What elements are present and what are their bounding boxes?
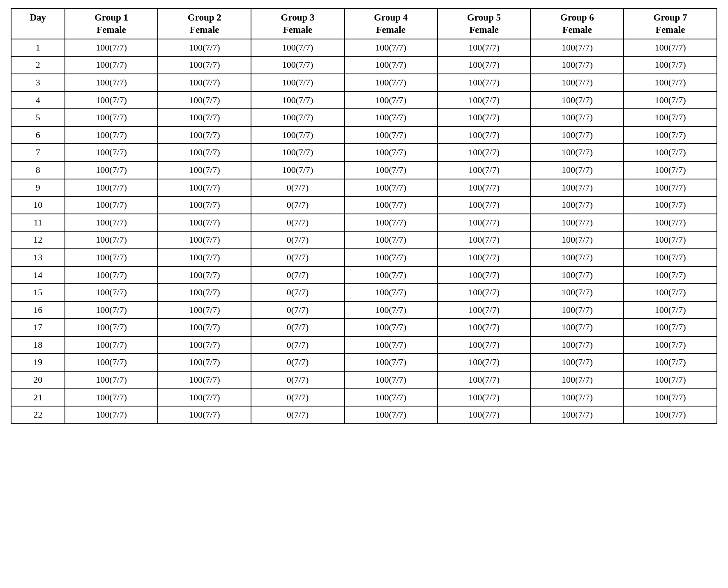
- day-cell: 21: [11, 389, 65, 407]
- table-row: 20100(7/7)100(7/7)0(7/7)100(7/7)100(7/7)…: [11, 371, 717, 389]
- group2-cell: 100(7/7): [158, 179, 251, 197]
- day-cell: 3: [11, 74, 65, 92]
- group5-cell: 100(7/7): [438, 161, 531, 179]
- table-row: 16100(7/7)100(7/7)0(7/7)100(7/7)100(7/7)…: [11, 301, 717, 319]
- group4-cell: 100(7/7): [344, 144, 438, 161]
- group7-cell: 100(7/7): [624, 109, 717, 126]
- table-row: 21100(7/7)100(7/7)0(7/7)100(7/7)100(7/7)…: [11, 389, 717, 407]
- group6-cell: 100(7/7): [530, 179, 624, 197]
- group5-cell: 100(7/7): [438, 196, 531, 214]
- group3-cell: 100(7/7): [251, 109, 344, 126]
- group7-cell: 100(7/7): [624, 249, 717, 266]
- group2-cell: 100(7/7): [158, 336, 251, 354]
- group3-header: Group 3Female: [251, 9, 344, 39]
- group2-cell: 100(7/7): [158, 249, 251, 266]
- group6-cell: 100(7/7): [530, 336, 624, 354]
- table-row: 17100(7/7)100(7/7)0(7/7)100(7/7)100(7/7)…: [11, 319, 717, 336]
- group3-cell: 0(7/7): [251, 389, 344, 407]
- table-row: 5100(7/7)100(7/7)100(7/7)100(7/7)100(7/7…: [11, 109, 717, 126]
- group6-cell: 100(7/7): [530, 231, 624, 249]
- day-cell: 19: [11, 354, 65, 371]
- day-cell: 18: [11, 336, 65, 354]
- group1-cell: 100(7/7): [65, 56, 158, 74]
- group1-cell: 100(7/7): [65, 319, 158, 336]
- group6-cell: 100(7/7): [530, 161, 624, 179]
- group5-cell: 100(7/7): [438, 319, 531, 336]
- group1-cell: 100(7/7): [65, 371, 158, 389]
- group1-cell: 100(7/7): [65, 406, 158, 424]
- group4-cell: 100(7/7): [344, 74, 438, 92]
- group6-header: Group 6Female: [530, 9, 624, 39]
- group3-cell: 100(7/7): [251, 126, 344, 144]
- group7-cell: 100(7/7): [624, 336, 717, 354]
- group2-cell: 100(7/7): [158, 56, 251, 74]
- group1-cell: 100(7/7): [65, 39, 158, 57]
- group1-cell: 100(7/7): [65, 214, 158, 232]
- group5-cell: 100(7/7): [438, 231, 531, 249]
- group3-cell: 100(7/7): [251, 92, 344, 109]
- table-row: 13100(7/7)100(7/7)0(7/7)100(7/7)100(7/7)…: [11, 249, 717, 266]
- group4-cell: 100(7/7): [344, 109, 438, 126]
- day-cell: 11: [11, 214, 65, 232]
- group1-cell: 100(7/7): [65, 196, 158, 214]
- data-table: Day Group 1Female Group 2Female Group 3F…: [11, 8, 717, 424]
- group3-cell: 0(7/7): [251, 249, 344, 266]
- table-row: 10100(7/7)100(7/7)0(7/7)100(7/7)100(7/7)…: [11, 196, 717, 214]
- group7-cell: 100(7/7): [624, 231, 717, 249]
- header-row: Day Group 1Female Group 2Female Group 3F…: [11, 9, 717, 39]
- group2-cell: 100(7/7): [158, 266, 251, 284]
- day-cell: 13: [11, 249, 65, 266]
- day-cell: 15: [11, 284, 65, 301]
- day-header: Day: [11, 9, 65, 39]
- group6-cell: 100(7/7): [530, 284, 624, 301]
- group5-cell: 100(7/7): [438, 249, 531, 266]
- main-table-container: Day Group 1Female Group 2Female Group 3F…: [11, 8, 717, 424]
- group6-cell: 100(7/7): [530, 389, 624, 407]
- group2-cell: 100(7/7): [158, 109, 251, 126]
- group5-cell: 100(7/7): [438, 389, 531, 407]
- table-row: 12100(7/7)100(7/7)0(7/7)100(7/7)100(7/7)…: [11, 231, 717, 249]
- group7-cell: 100(7/7): [624, 406, 717, 424]
- group1-cell: 100(7/7): [65, 126, 158, 144]
- group5-cell: 100(7/7): [438, 126, 531, 144]
- day-cell: 16: [11, 301, 65, 319]
- day-cell: 12: [11, 231, 65, 249]
- group4-cell: 100(7/7): [344, 249, 438, 266]
- group2-header: Group 2Female: [158, 9, 251, 39]
- group4-cell: 100(7/7): [344, 39, 438, 57]
- group6-cell: 100(7/7): [530, 39, 624, 57]
- group4-cell: 100(7/7): [344, 284, 438, 301]
- day-cell: 17: [11, 319, 65, 336]
- group7-cell: 100(7/7): [624, 39, 717, 57]
- group6-cell: 100(7/7): [530, 56, 624, 74]
- group4-cell: 100(7/7): [344, 336, 438, 354]
- group7-cell: 100(7/7): [624, 319, 717, 336]
- group3-cell: 100(7/7): [251, 144, 344, 161]
- group2-cell: 100(7/7): [158, 354, 251, 371]
- group1-header: Group 1Female: [65, 9, 158, 39]
- group7-cell: 100(7/7): [624, 301, 717, 319]
- group1-cell: 100(7/7): [65, 336, 158, 354]
- group5-cell: 100(7/7): [438, 371, 531, 389]
- group7-cell: 100(7/7): [624, 161, 717, 179]
- group6-cell: 100(7/7): [530, 196, 624, 214]
- table-row: 8100(7/7)100(7/7)100(7/7)100(7/7)100(7/7…: [11, 161, 717, 179]
- group3-cell: 0(7/7): [251, 301, 344, 319]
- day-cell: 1: [11, 39, 65, 57]
- table-row: 14100(7/7)100(7/7)0(7/7)100(7/7)100(7/7)…: [11, 266, 717, 284]
- group1-cell: 100(7/7): [65, 301, 158, 319]
- group2-cell: 100(7/7): [158, 231, 251, 249]
- group4-cell: 100(7/7): [344, 179, 438, 197]
- group2-cell: 100(7/7): [158, 389, 251, 407]
- group1-cell: 100(7/7): [65, 249, 158, 266]
- group5-cell: 100(7/7): [438, 56, 531, 74]
- group3-cell: 100(7/7): [251, 39, 344, 57]
- group3-cell: 0(7/7): [251, 214, 344, 232]
- group6-cell: 100(7/7): [530, 214, 624, 232]
- group1-cell: 100(7/7): [65, 161, 158, 179]
- day-cell: 9: [11, 179, 65, 197]
- day-cell: 5: [11, 109, 65, 126]
- group4-cell: 100(7/7): [344, 266, 438, 284]
- table-row: 4100(7/7)100(7/7)100(7/7)100(7/7)100(7/7…: [11, 92, 717, 109]
- group1-cell: 100(7/7): [65, 266, 158, 284]
